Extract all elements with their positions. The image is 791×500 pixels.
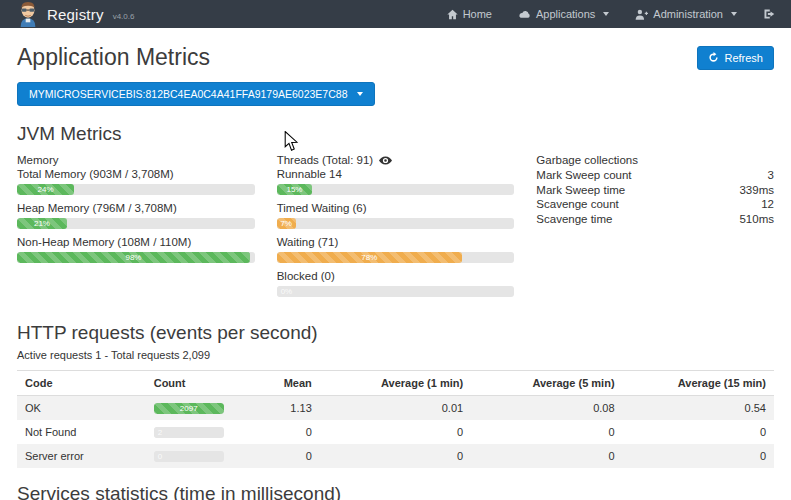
nav-home-label: Home — [463, 8, 492, 20]
gc-row: Scavenge time 510ms — [536, 212, 774, 227]
memory-metric-heap: Heap Memory (796M / 3,708M) 21% — [17, 202, 255, 229]
jvm-metrics-section: JVM Metrics Memory Total Memory (903M / … — [17, 123, 774, 304]
threads-metric-timedwaiting: Timed Waiting (6) 7% — [277, 202, 515, 229]
memory-metric-total: Total Memory (903M / 3,708M) 24% — [17, 168, 255, 195]
progress-bar: 78% — [277, 252, 515, 263]
progress-bar: 24% — [17, 184, 255, 195]
nav-applications-label: Applications — [536, 8, 595, 20]
threads-title: Threads (Total: 91) — [277, 154, 374, 166]
threads-column: Threads (Total: 91) Runnable 14 15% Time… — [277, 154, 515, 304]
brand-name: Registry — [47, 6, 104, 23]
nav-home[interactable]: Home — [447, 8, 492, 20]
nav-menu: Home Applications Administration — [447, 8, 775, 20]
jhipster-avatar-icon — [16, 1, 40, 27]
count-bar: 2 — [154, 427, 224, 438]
count-bar: 0 — [154, 451, 224, 462]
nav-administration-label: Administration — [653, 8, 723, 20]
memory-metric-nonheap: Non-Heap Memory (108M / 110M) 98% — [17, 236, 255, 263]
progress-bar: 0% — [277, 286, 515, 297]
memory-title: Memory — [17, 154, 255, 166]
caret-down-icon — [603, 12, 609, 16]
refresh-icon — [708, 52, 719, 63]
brand-version: v4.0.6 — [113, 12, 135, 21]
instance-selector-dropdown[interactable]: MYMICROSERVICEBIS:812BC4EA0C4A41FFA9179A… — [17, 82, 375, 106]
table-row: OK 2097 1.13 0.01 0.08 0.54 — [17, 396, 774, 421]
eye-icon[interactable] — [379, 156, 392, 165]
instance-selector-label: MYMICROSERVICEBIS:812BC4EA0C4A41FFA9179A… — [29, 88, 347, 100]
http-subtitle: Active requests 1 - Total requests 2,099 — [17, 349, 774, 361]
caret-down-icon — [731, 12, 737, 16]
main-content: Application Metrics Refresh MYMICROSERVI… — [0, 44, 791, 500]
table-row: Server error 0 0 0 0 0 — [17, 444, 774, 468]
sign-out-icon — [763, 8, 775, 20]
cloud-icon — [518, 9, 531, 20]
gc-title: Garbage collections — [536, 154, 774, 166]
navbar: Registry v4.0.6 Home Applications Admini… — [0, 0, 791, 28]
gc-row: Mark Sweep count 3 — [536, 168, 774, 183]
brand[interactable]: Registry v4.0.6 — [16, 1, 134, 27]
refresh-label: Refresh — [724, 52, 763, 64]
refresh-button[interactable]: Refresh — [697, 46, 774, 70]
threads-metric-blocked: Blocked (0) 0% — [277, 270, 515, 297]
table-header-row: Code Count Mean Average (1 min) Average … — [17, 371, 774, 396]
jvm-heading: JVM Metrics — [17, 123, 774, 145]
page-title: Application Metrics — [17, 44, 210, 71]
progress-bar: 15% — [277, 184, 515, 195]
user-plus-icon — [635, 9, 648, 20]
progress-bar: 7% — [277, 218, 515, 229]
threads-metric-waiting: Waiting (71) 78% — [277, 236, 515, 263]
nav-applications[interactable]: Applications — [518, 8, 609, 20]
caret-down-icon — [357, 92, 363, 96]
services-heading: Services statistics (time in millisecond… — [17, 483, 774, 500]
table-row: Not Found 2 0 0 0 0 — [17, 420, 774, 444]
gc-row: Mark Sweep time 339ms — [536, 183, 774, 198]
gc-row: Scavenge count 12 — [536, 197, 774, 212]
nav-administration[interactable]: Administration — [635, 8, 737, 20]
progress-bar: 98% — [17, 252, 255, 263]
count-bar: 2097 — [154, 403, 224, 414]
progress-bar: 21% — [17, 218, 255, 229]
sign-out-button[interactable] — [763, 8, 775, 20]
http-heading: HTTP requests (events per second) — [17, 322, 774, 344]
memory-column: Memory Total Memory (903M / 3,708M) 24% … — [17, 154, 255, 304]
http-requests-section: HTTP requests (events per second) Active… — [17, 322, 774, 468]
services-statistics-section: Services statistics (time in millisecond… — [17, 483, 774, 500]
home-icon — [447, 9, 458, 20]
http-requests-table: Code Count Mean Average (1 min) Average … — [17, 370, 774, 468]
threads-metric-runnable: Runnable 14 15% — [277, 168, 515, 195]
gc-column: Garbage collections Mark Sweep count 3 M… — [536, 154, 774, 304]
